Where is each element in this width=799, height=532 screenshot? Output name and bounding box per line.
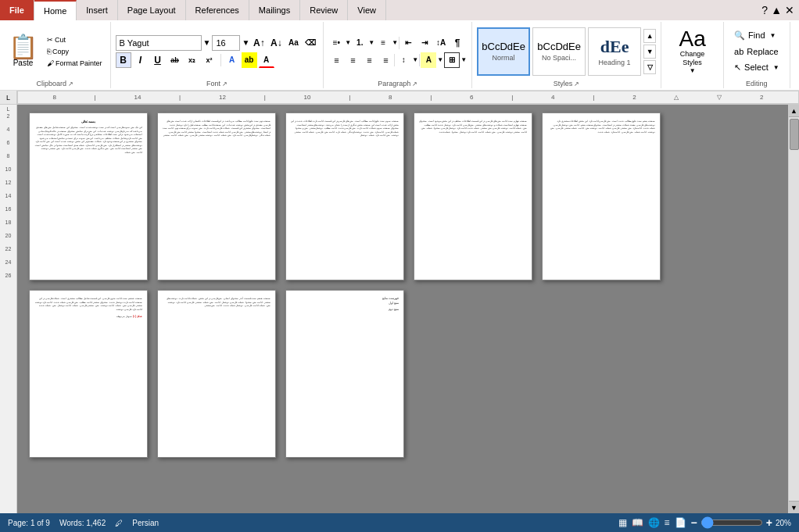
strikethrough-button[interactable]: ab bbox=[167, 52, 183, 68]
zoom-section: − + 20% bbox=[691, 516, 791, 529]
find-button[interactable]: 🔍 Find ▼ bbox=[729, 28, 785, 43]
status-bar: Page: 1 of 9 Words: 1,462 🖊 Persian ▦ 📖 … bbox=[0, 513, 799, 532]
zoom-level: 20% bbox=[776, 519, 791, 527]
close-ribbon-icon[interactable]: ✕ bbox=[785, 4, 794, 16]
numbering-dropdown-icon[interactable]: ▼ bbox=[368, 39, 374, 46]
tab-review[interactable]: Review bbox=[300, 0, 348, 20]
shading-dropdown-icon[interactable]: ▼ bbox=[437, 56, 443, 63]
multilevel-dropdown-icon[interactable]: ▼ bbox=[392, 39, 398, 46]
line-spacing-button[interactable]: ↕ bbox=[396, 52, 411, 68]
tab-file[interactable]: File bbox=[0, 0, 34, 20]
scroll-up-button[interactable]: ▲ bbox=[789, 105, 800, 117]
font-expand-icon[interactable]: ↗ bbox=[222, 80, 228, 87]
tab-references[interactable]: References bbox=[186, 0, 249, 20]
borders-button[interactable]: ⊞ bbox=[444, 52, 460, 68]
change-styles-dropdown-icon[interactable]: ▼ bbox=[690, 67, 696, 74]
borders-dropdown-icon[interactable]: ▼ bbox=[460, 56, 467, 63]
find-dropdown-icon[interactable]: ▼ bbox=[770, 32, 776, 39]
track-changes-icon[interactable]: 🖊 bbox=[115, 519, 123, 527]
text-effects-button[interactable]: A bbox=[224, 52, 240, 68]
scroll-down-button[interactable]: ▼ bbox=[789, 501, 800, 513]
styles-expand-icon[interactable]: ↗ bbox=[574, 80, 579, 87]
clipboard-group: 📋 Paste ✂ Cut ⎘ Copy 🖌 Format Painter C bbox=[0, 22, 111, 88]
show-hide-button[interactable]: ¶ bbox=[450, 35, 465, 51]
paste-button[interactable]: 📋 Paste bbox=[5, 33, 41, 70]
justify-button[interactable]: ≡ bbox=[378, 52, 393, 68]
subscript-button[interactable]: x₂ bbox=[185, 52, 200, 68]
italic-button[interactable]: I bbox=[133, 52, 149, 68]
zoom-slider[interactable] bbox=[700, 519, 763, 527]
copy-button[interactable]: ⎘ Copy bbox=[44, 46, 106, 57]
cut-button[interactable]: ✂ Cut bbox=[44, 34, 106, 45]
tab-insert[interactable]: Insert bbox=[77, 0, 118, 20]
styles-scroll-down-button[interactable]: ▼ bbox=[643, 45, 656, 59]
clear-formatting-button[interactable]: ⌫ bbox=[303, 35, 318, 51]
superscript-button[interactable]: x² bbox=[202, 52, 217, 68]
zoom-in-button[interactable]: + bbox=[766, 516, 772, 529]
select-dropdown-icon[interactable]: ▼ bbox=[773, 64, 779, 71]
ruler-corner[interactable]: L bbox=[0, 91, 17, 104]
no-spacing-style-button[interactable]: bCcDdEe No Spaci... bbox=[532, 27, 586, 76]
help-icon[interactable]: ? bbox=[761, 4, 768, 16]
paragraph-label: Paragraph ↗ bbox=[328, 79, 467, 88]
change-case-button[interactable]: Aa bbox=[285, 35, 301, 51]
select-button[interactable]: ↖ Select ▼ bbox=[729, 60, 785, 75]
decrease-indent-button[interactable]: ⇤ bbox=[400, 35, 416, 51]
font-name-dropdown-icon[interactable]: ▼ bbox=[203, 38, 211, 47]
highlight-button[interactable]: ab bbox=[242, 52, 257, 68]
replace-button[interactable]: ab Replace bbox=[729, 45, 785, 59]
shading-button[interactable]: A bbox=[421, 52, 436, 68]
view-draft-icon[interactable]: 📄 bbox=[675, 517, 686, 528]
font-color-button[interactable]: A bbox=[259, 52, 274, 68]
clipboard-expand-icon[interactable]: ↗ bbox=[68, 80, 73, 87]
find-icon: 🔍 bbox=[734, 30, 745, 41]
numbering-button[interactable]: 1. bbox=[352, 35, 367, 51]
heading1-style-button[interactable]: dEe Heading 1 bbox=[588, 27, 641, 76]
font-name-input[interactable] bbox=[116, 35, 202, 51]
tab-home[interactable]: Home bbox=[34, 0, 77, 20]
multilevel-list-button[interactable]: ≡ bbox=[375, 35, 391, 51]
format-painter-button[interactable]: 🖌 Format Painter bbox=[44, 58, 106, 69]
bold-button[interactable]: B bbox=[116, 52, 131, 68]
line-spacing-dropdown-icon[interactable]: ▼ bbox=[412, 56, 418, 63]
view-normal-icon[interactable]: ▦ bbox=[618, 517, 627, 528]
vertical-scrollbar[interactable]: ▲ ▼ bbox=[788, 105, 799, 513]
no-spacing-label: No Spaci... bbox=[542, 54, 576, 62]
underline-button[interactable]: U bbox=[150, 52, 166, 68]
font-size-decrease-button[interactable]: A↓ bbox=[268, 35, 284, 51]
tab-page-layout[interactable]: Page Layout bbox=[118, 0, 186, 20]
tab-view[interactable]: View bbox=[348, 0, 386, 20]
view-web-icon[interactable]: 🌐 bbox=[648, 517, 660, 528]
page-thumb: صفحه چهارم سند. ادامه متن‌های فارسی در ا… bbox=[414, 112, 532, 280]
align-center-button[interactable]: ≡ bbox=[345, 52, 360, 68]
ruler-marker: L bbox=[7, 106, 10, 112]
change-styles-button[interactable]: Aa ChangeStyles ▼ bbox=[673, 26, 711, 77]
styles-more-button[interactable]: ▽ bbox=[643, 60, 656, 74]
zoom-out-button[interactable]: − bbox=[691, 516, 697, 529]
font-size-input[interactable] bbox=[212, 35, 240, 51]
view-outline-icon[interactable]: ≡ bbox=[665, 517, 670, 528]
minimize-icon[interactable]: ▲ bbox=[771, 4, 782, 16]
no-spacing-preview: bCcDdEe bbox=[537, 41, 581, 52]
font-size-dropdown-icon[interactable]: ▼ bbox=[242, 38, 249, 47]
ruler-area: L 8 | 14 | 12 | 10 | 8 | 6 | 4 | 2 △ ▽ 2 bbox=[0, 91, 799, 105]
sort-button[interactable]: ↕A bbox=[433, 35, 449, 51]
page-thumb: صفحه هفتم سند. قسمت آخر محتوای اصلی. متن… bbox=[157, 290, 276, 458]
select-icon: ↖ bbox=[734, 62, 741, 73]
tab-mailings[interactable]: Mailings bbox=[249, 0, 300, 20]
document-area[interactable]: بسمه تعالی این یک متن نمونه فارسی است که… bbox=[17, 105, 788, 513]
align-left-button[interactable]: ≡ bbox=[328, 52, 344, 68]
heading1-label: Heading 1 bbox=[599, 59, 631, 66]
main-area: L 2 4 6 8 10 12 14 16 18 20 22 24 26 بسم… bbox=[0, 105, 799, 513]
styles-scroll-up-button[interactable]: ▲ bbox=[643, 29, 656, 43]
bullets-button[interactable]: ≡• bbox=[328, 35, 344, 51]
scroll-thumb[interactable] bbox=[790, 119, 799, 150]
paragraph-expand-icon[interactable]: ↗ bbox=[412, 80, 417, 87]
view-reading-icon[interactable]: 📖 bbox=[632, 517, 643, 528]
align-right-button[interactable]: ≡ bbox=[361, 52, 377, 68]
bullets-dropdown-icon[interactable]: ▼ bbox=[345, 39, 351, 46]
font-size-increase-button[interactable]: A↑ bbox=[251, 35, 267, 51]
normal-style-label: Normal bbox=[493, 54, 515, 62]
normal-style-button[interactable]: bCcDdEe Normal bbox=[477, 27, 530, 76]
increase-indent-button[interactable]: ⇥ bbox=[417, 35, 432, 51]
